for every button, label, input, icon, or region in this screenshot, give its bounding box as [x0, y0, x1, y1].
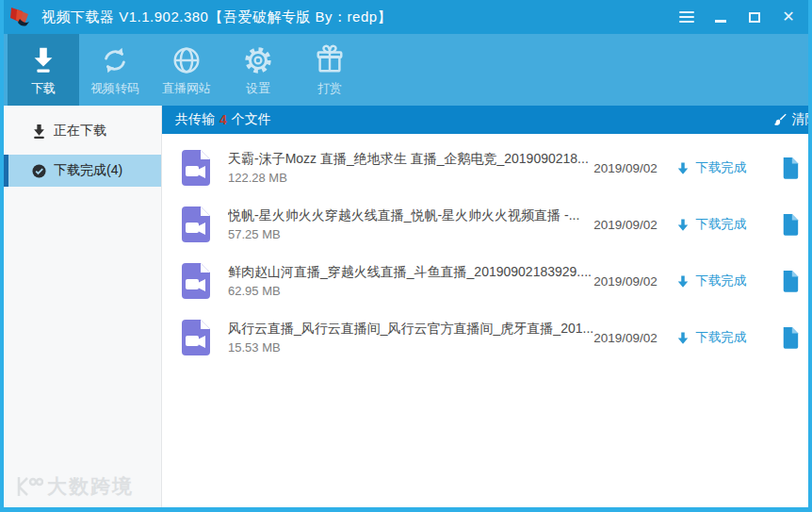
tab-download[interactable]: 下载	[8, 34, 79, 106]
table-row[interactable]: 风行云直播_风行云直播间_风行云官方直播间_虎牙直播_201... 15.53 …	[162, 309, 812, 366]
open-folder-icon[interactable]	[806, 216, 812, 234]
download-arrow-icon	[676, 218, 690, 232]
maximize-button[interactable]	[740, 5, 769, 29]
table-row[interactable]: 天霸-沫子Mozz 直播_绝地求生 直播_企鹅电竞_2019090218... …	[162, 140, 812, 196]
file-meta: 悦帆-星火帅火火穿越火线直播_悦帆-星火帅火火视频直播 -... 57.25 M…	[228, 207, 593, 241]
tab-settings[interactable]: 设置	[222, 34, 294, 106]
sidebar: 正在下载 下载完成(4)	[4, 106, 162, 507]
file-name: 鲜肉赵山河直播_穿越火线直播_斗鱼直播_20190902183929....	[228, 264, 593, 281]
watermark-text: 大数跨境	[47, 473, 134, 500]
download-tray-icon	[32, 124, 46, 139]
video-file-icon	[177, 205, 215, 244]
open-file-icon[interactable]	[774, 326, 806, 349]
sidebar-item-label: 正在下载	[54, 123, 106, 140]
file-size: 57.25 MB	[228, 227, 593, 241]
file-name: 风行云直播_风行云直播间_风行云官方直播间_虎牙直播_201...	[228, 321, 593, 338]
transcode-icon	[99, 42, 131, 76]
download-arrow-icon	[676, 161, 690, 175]
open-folder-icon[interactable]	[806, 329, 812, 347]
content: 共传输 4 个文件 清除所有记录	[162, 106, 812, 507]
clear-all-records-label: 清除所有记录	[791, 111, 812, 128]
file-status: 下载完成	[676, 216, 774, 233]
titlebar: 视频下载器 V1.1.902.380【吾爱破解专版 By：redp】 ✕	[0, 0, 812, 34]
main-area: 正在下载 下载完成(4) 共传输 4 个文件	[4, 106, 808, 507]
open-folder-icon[interactable]	[806, 159, 812, 177]
minimize-button[interactable]	[706, 5, 735, 29]
globe-icon	[171, 42, 203, 76]
toolbar: 下载 视频转码 直播网站	[0, 34, 812, 106]
video-file-icon	[177, 318, 215, 357]
video-file-icon	[177, 148, 215, 188]
open-folder-icon[interactable]	[806, 273, 812, 290]
transfer-summary-bar: 共传输 4 个文件 清除所有记录	[162, 106, 812, 134]
file-size: 122.28 MB	[228, 171, 593, 185]
open-file-icon[interactable]	[774, 157, 806, 179]
file-date: 2019/09/02	[593, 161, 676, 175]
window-controls: ✕	[673, 5, 803, 29]
file-status-label: 下载完成	[695, 329, 746, 346]
table-row[interactable]: 悦帆-星火帅火火穿越火线直播_悦帆-星火帅火火视频直播 -... 57.25 M…	[162, 196, 812, 253]
download-icon	[27, 42, 59, 76]
tab-label: 视频转码	[90, 80, 139, 97]
window-title: 视频下载器 V1.1.902.380【吾爱破解专版 By：redp】	[41, 8, 392, 26]
file-size: 15.53 MB	[228, 340, 593, 355]
open-file-icon[interactable]	[774, 213, 806, 236]
sidebar-item-label: 下载完成(4)	[54, 162, 122, 179]
file-name: 悦帆-星火帅火火穿越火线直播_悦帆-星火帅火火视频直播 -...	[228, 207, 593, 224]
menu-icon[interactable]	[673, 5, 701, 29]
file-status-label: 下载完成	[695, 159, 746, 176]
gift-icon	[314, 42, 346, 76]
tab-transcode[interactable]: 视频转码	[79, 34, 151, 106]
watermark: 大数跨境	[15, 473, 134, 500]
tab-label: 直播网站	[162, 80, 211, 97]
file-status: 下载完成	[676, 273, 774, 289]
tab-label: 下载	[31, 80, 56, 97]
file-status: 下载完成	[676, 329, 774, 346]
file-name: 天霸-沫子Mozz 直播_绝地求生 直播_企鹅电竞_2019090218...	[228, 151, 593, 168]
download-arrow-icon	[676, 331, 690, 345]
file-meta: 风行云直播_风行云直播间_风行云官方直播间_虎牙直播_201... 15.53 …	[228, 321, 593, 355]
download-arrow-icon	[676, 274, 690, 289]
app-logo-icon	[9, 6, 34, 28]
file-date: 2019/09/02	[593, 218, 676, 232]
file-meta: 天霸-沫子Mozz 直播_绝地求生 直播_企鹅电竞_2019090218... …	[228, 151, 593, 185]
transfer-count: 4	[215, 112, 232, 127]
file-date: 2019/09/02	[593, 331, 676, 345]
file-date: 2019/09/02	[593, 274, 676, 289]
watermark-logo-icon	[15, 475, 43, 498]
tab-donate[interactable]: 打赏	[294, 34, 365, 106]
sidebar-item-downloading[interactable]: 正在下载	[4, 115, 161, 147]
transfer-summary-suffix: 个文件	[232, 111, 271, 128]
video-file-icon	[177, 261, 215, 301]
file-status: 下载完成	[676, 159, 774, 176]
file-size: 62.95 MB	[228, 284, 593, 298]
gear-icon	[242, 42, 274, 76]
sidebar-item-completed[interactable]: 下载完成(4)	[4, 155, 161, 187]
open-file-icon[interactable]	[774, 270, 806, 292]
transfer-summary-prefix: 共传输	[175, 111, 215, 128]
app-window: 视频下载器 V1.1.902.380【吾爱破解专版 By：redp】 ✕ 下载	[0, 0, 812, 512]
tab-live-sites[interactable]: 直播网站	[151, 34, 222, 106]
file-list: 天霸-沫子Mozz 直播_绝地求生 直播_企鹅电竞_2019090218... …	[162, 134, 812, 366]
file-meta: 鲜肉赵山河直播_穿越火线直播_斗鱼直播_20190902183929.... 6…	[228, 264, 593, 298]
tab-label: 打赏	[317, 80, 342, 97]
clear-all-records-button[interactable]: 清除所有记录	[772, 111, 812, 128]
file-status-label: 下载完成	[695, 273, 746, 289]
tab-label: 设置	[246, 80, 270, 97]
brush-icon	[772, 113, 787, 127]
check-circle-icon	[32, 164, 46, 178]
close-button[interactable]: ✕	[774, 5, 803, 29]
table-row[interactable]: 鲜肉赵山河直播_穿越火线直播_斗鱼直播_20190902183929.... 6…	[162, 253, 812, 309]
file-status-label: 下载完成	[695, 216, 746, 233]
